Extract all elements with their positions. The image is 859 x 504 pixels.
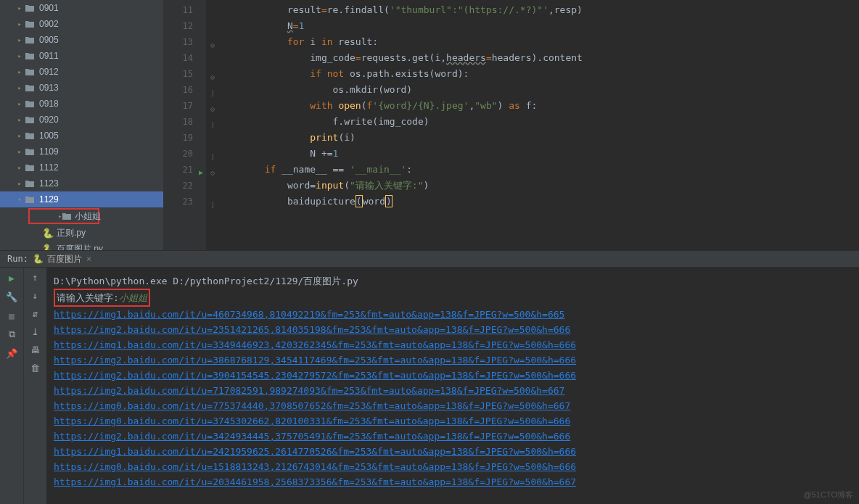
folder-icon	[25, 99, 36, 109]
folder-label: 0913	[39, 83, 59, 93]
wrench-icon[interactable]: 🔧	[6, 291, 17, 302]
chevron-right-icon: ▸	[15, 52, 25, 59]
up-icon[interactable]: ↑	[33, 272, 38, 283]
folder-item[interactable]: ▸0911	[0, 48, 163, 64]
chevron-right-icon: ▸	[15, 164, 25, 171]
folder-icon	[25, 51, 36, 61]
trash-icon[interactable]: 🗑	[30, 363, 40, 373]
folder-item[interactable]: ▸0901	[0, 0, 163, 16]
folder-icon	[25, 131, 36, 141]
python-icon: 🐍	[42, 244, 54, 250]
folder-label: 1005	[39, 131, 59, 141]
folder-label: 1129	[39, 194, 59, 205]
folder-label: 0920	[39, 115, 59, 125]
console-link[interactable]: https://img1.baidu.com/it/u=3349446923,4…	[54, 339, 576, 350]
folder-icon	[25, 35, 36, 45]
console-link[interactable]: https://img1.baidu.com/it/u=2034461958,2…	[54, 476, 576, 487]
console-link[interactable]: https://img2.baidu.com/it/u=2351421265,8…	[54, 324, 570, 335]
file-label: 正则.py	[57, 227, 86, 239]
run-gutter-icon[interactable]: ▶	[199, 165, 203, 181]
wrap-icon[interactable]: ⇵	[33, 308, 38, 319]
folder-icon	[25, 67, 36, 77]
folder-item[interactable]: ▸1112	[0, 160, 163, 175]
folder-item-sub[interactable]: ▸ 小姐姐	[28, 208, 99, 224]
console-link[interactable]: https://img2.baidu.com/it/u=3424934445,3…	[54, 431, 570, 442]
folder-label: 1109	[39, 146, 59, 157]
console-link[interactable]: https://img0.baidu.com/it/u=1518813243,2…	[54, 461, 576, 472]
folder-label: 0912	[39, 67, 59, 77]
console-prompt: 请输入关键字:小姐姐	[54, 289, 852, 307]
console-link[interactable]: https://img1.baidu.com/it/u=2421959625,2…	[54, 446, 576, 457]
run-tab[interactable]: 🐍 百度图片 ×	[28, 253, 96, 265]
pin-icon[interactable]: 📌	[6, 347, 17, 359]
folder-item[interactable]: ▸0920	[0, 112, 163, 128]
python-icon: 🐍	[33, 254, 44, 264]
run-tool-window-header: Run: 🐍 百度图片 ×	[0, 250, 859, 268]
folder-label: 1123	[39, 178, 59, 189]
console-link[interactable]: https://img1.baidu.com/it/u=460734968,81…	[54, 309, 564, 320]
chevron-right-icon: ▸	[15, 132, 25, 139]
folder-item[interactable]: ▸0918	[0, 96, 163, 112]
file-label: 百度图片.py	[57, 243, 103, 251]
run-toolbar-left: ▶ 🔧 ■ ⧉ 📌	[0, 268, 23, 504]
print-icon[interactable]: 🖶	[30, 344, 40, 355]
folder-icon	[25, 19, 36, 29]
folder-icon	[25, 115, 36, 125]
chevron-right-icon: ▸	[15, 20, 25, 28]
chevron-right-icon: ▸	[15, 116, 25, 123]
stop-icon[interactable]: ■	[6, 310, 17, 321]
chevron-right-icon: ▸	[15, 100, 25, 107]
folder-icon	[25, 146, 36, 157]
folder-label: 0918	[39, 99, 59, 109]
close-icon[interactable]: ×	[86, 254, 91, 264]
chevron-right-icon: ▸	[15, 180, 25, 187]
chevron-right-icon: ▸	[15, 36, 25, 44]
chevron-right-icon: ▸	[15, 148, 25, 155]
run-icon[interactable]: ▶	[6, 272, 17, 284]
folder-label: 0911	[39, 51, 59, 61]
project-tree[interactable]: ▸0901▸0902▸0905▸0911▸0912▸0913▸0918▸0920…	[0, 0, 164, 250]
console-link[interactable]: https://img2.baidu.com/it/u=717082591,98…	[54, 385, 564, 396]
console-link[interactable]: https://img0.baidu.com/it/u=3745302662,8…	[54, 416, 570, 426]
folder-item[interactable]: ▸1005	[0, 128, 163, 144]
folder-label: 0902	[39, 19, 59, 29]
chevron-right-icon: ▸	[15, 68, 25, 75]
chevron-down-icon: ▾	[15, 196, 25, 203]
console-cmd: D:\Python\python.exe D:/pythonProject2/1…	[54, 273, 852, 289]
file-item[interactable]: 🐍正则.py	[0, 225, 163, 241]
console-output[interactable]: D:\Python\python.exe D:/pythonProject2/1…	[46, 268, 859, 504]
chevron-right-icon: ▸	[15, 4, 25, 12]
console-link[interactable]: https://img2.baidu.com/it/u=3868768129,3…	[54, 355, 576, 365]
down-icon[interactable]: ↓	[33, 290, 38, 301]
folder-label: 1112	[39, 162, 59, 173]
folder-item[interactable]: ▸0913	[0, 80, 163, 96]
file-item[interactable]: 🐍百度图片.py	[0, 241, 163, 250]
console-link[interactable]: https://img2.baidu.com/it/u=3904154545,2…	[54, 370, 576, 381]
folder-icon	[25, 3, 36, 13]
folder-item[interactable]: ▸1123	[0, 175, 163, 191]
folder-icon	[25, 162, 36, 173]
folder-item[interactable]: ▸0905	[0, 32, 163, 48]
folder-icon	[25, 194, 36, 205]
folder-item[interactable]: ▸0912	[0, 64, 163, 80]
watermark: @51CTO博客	[804, 489, 853, 500]
run-toolbar-right: ↑ ↓ ⇵ ⤓ 🖶 🗑	[23, 268, 46, 504]
layout-icon[interactable]: ⧉	[6, 329, 17, 340]
folder-label: 小姐姐	[75, 210, 101, 223]
folder-item-1129[interactable]: ▾ 1129	[0, 191, 163, 207]
run-label: Run:	[7, 254, 28, 264]
chevron-right-icon: ▸	[15, 84, 25, 91]
scroll-icon[interactable]: ⤓	[31, 326, 39, 337]
folder-label: 0901	[39, 3, 59, 13]
folder-icon	[25, 178, 36, 189]
folder-item[interactable]: ▸0902	[0, 16, 163, 32]
python-icon: 🐍	[42, 228, 54, 238]
folder-item[interactable]: ▸1109	[0, 144, 163, 160]
folder-icon	[25, 83, 36, 93]
console-link[interactable]: https://img0.baidu.com/it/u=775374440,37…	[54, 400, 570, 411]
folder-icon	[62, 211, 72, 221]
folder-label: 0905	[39, 35, 59, 45]
